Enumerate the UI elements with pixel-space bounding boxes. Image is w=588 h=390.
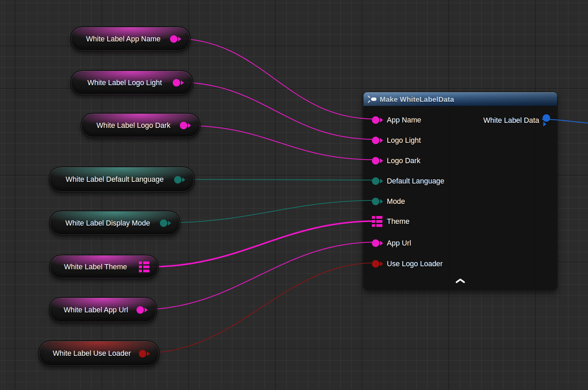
input-pin-label: Logo Dark xyxy=(387,157,420,165)
string-output-pin[interactable] xyxy=(173,79,184,86)
input-pin-label: App Name xyxy=(387,116,421,124)
getter-node-white-label-default-language[interactable]: White Label Default Language xyxy=(49,167,195,193)
input-pin-label: Mode xyxy=(387,197,405,206)
input-row-mode: Mode xyxy=(372,196,405,207)
input-row-app-name: App Name xyxy=(372,115,421,125)
make-whitelabeldata-node[interactable]: Make WhiteLabelData App Name Logo Light … xyxy=(363,92,558,290)
input-pin-label: Logo Light xyxy=(387,136,421,145)
getter-node-white-label-theme[interactable]: White Label Theme xyxy=(49,255,159,279)
struct-output-pin[interactable] xyxy=(543,114,550,126)
node-title: Make WhiteLabelData xyxy=(380,95,454,103)
input-pin[interactable] xyxy=(372,157,383,164)
collapse-node-button[interactable] xyxy=(456,278,465,284)
map-input-pin[interactable] xyxy=(372,216,383,227)
wire-logo-light[interactable] xyxy=(176,82,375,139)
input-pin[interactable] xyxy=(372,198,383,205)
input-row-use-logo-loader: Use Logo Loader xyxy=(372,259,443,269)
string-output-pin[interactable] xyxy=(170,35,181,43)
input-row-logo-dark: Logo Dark xyxy=(372,156,420,166)
wire-use-loader[interactable] xyxy=(145,263,375,353)
input-pin[interactable] xyxy=(372,137,383,144)
wire-app-url[interactable] xyxy=(141,242,375,310)
getter-node-white-label-app-url[interactable]: White Label App Url xyxy=(49,297,157,323)
getter-label: White Label Default Language xyxy=(49,175,194,184)
bool-input-pin[interactable] xyxy=(372,260,383,268)
input-row-theme: Theme xyxy=(372,216,410,227)
chevron-up-icon xyxy=(456,278,465,283)
string-output-pin[interactable] xyxy=(180,122,191,129)
getter-node-white-label-logo-light[interactable]: White Label Logo Light xyxy=(70,70,193,95)
getter-node-white-label-display-mode[interactable]: White Label Display Mode xyxy=(49,211,181,236)
input-pin[interactable] xyxy=(372,239,383,247)
enum-output-pin[interactable] xyxy=(160,219,171,227)
input-pin-label: Default Language xyxy=(387,177,444,186)
input-pin-label: Use Logo Loader xyxy=(387,260,443,268)
wire-logo-dark[interactable] xyxy=(184,125,375,160)
input-row-default-language: Default Language xyxy=(372,176,444,186)
input-pin[interactable] xyxy=(372,177,383,185)
map-output-pin[interactable] xyxy=(139,261,149,272)
wire-app-name[interactable] xyxy=(173,38,375,119)
getter-node-white-label-use-loader[interactable]: White Label Use Loader xyxy=(38,340,160,367)
string-output-pin[interactable] xyxy=(136,306,148,314)
output-pin-label: White Label Data xyxy=(483,116,539,125)
getter-node-white-label-app-name[interactable]: White Label App Name xyxy=(70,26,191,52)
wire-theme[interactable] xyxy=(148,221,375,267)
map-pin-icon xyxy=(139,261,149,272)
getter-node-white-label-logo-dark[interactable]: White Label Logo Dark xyxy=(81,113,201,138)
input-pin-label: App Url xyxy=(387,239,411,248)
input-pin-label: Theme xyxy=(387,217,410,226)
wire-default-language[interactable] xyxy=(178,179,375,180)
node-header[interactable]: Make WhiteLabelData xyxy=(363,92,557,106)
output-row-white-label-data: White Label Data xyxy=(483,115,550,125)
input-row-logo-light: Logo Light xyxy=(372,135,421,145)
input-row-app-url: App Url xyxy=(372,238,411,248)
input-pin[interactable] xyxy=(372,116,383,124)
bool-output-pin[interactable] xyxy=(139,350,150,357)
blueprint-graph-canvas[interactable]: White Label App Name White Label Logo Li… xyxy=(0,0,588,390)
enum-output-pin[interactable] xyxy=(174,176,185,183)
make-struct-icon xyxy=(368,95,377,103)
map-pin-icon xyxy=(372,216,382,227)
wire-display-mode[interactable] xyxy=(164,200,375,223)
